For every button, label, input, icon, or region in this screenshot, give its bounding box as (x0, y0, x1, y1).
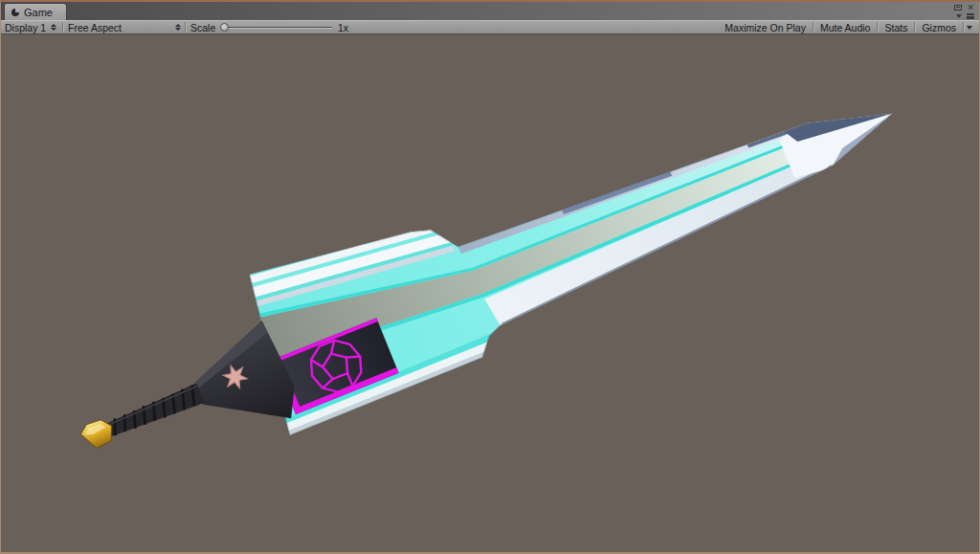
stats-button[interactable]: Stats (878, 21, 914, 33)
window-border-top (0, 0, 980, 2)
toolbar-separator (62, 22, 63, 33)
game-render-viewport[interactable] (1, 34, 979, 552)
gizmos-label: Gizmos (922, 22, 956, 33)
scale-slider[interactable] (221, 27, 332, 29)
game-view-icon (11, 8, 20, 17)
gizmos-dropdown-icon[interactable] (967, 26, 972, 30)
gizmos-button[interactable]: Gizmos (915, 21, 963, 33)
stats-label: Stats (884, 22, 907, 33)
maximize-on-play-label: Maximize On Play (724, 22, 806, 33)
blade-tip (777, 91, 902, 181)
toolbar-separator (963, 22, 964, 33)
display-dropdown-label: Display 1 (5, 22, 46, 33)
scale-label: Scale (190, 21, 215, 33)
popup-arrows-icon (175, 24, 181, 31)
unity-game-window: Game ✕ Display 1 Free Aspect Scale (0, 0, 980, 554)
pin-icon[interactable] (954, 5, 962, 11)
tab-bar: Game ✕ (1, 2, 979, 20)
toolbar-right-buttons: Maximize On Play Mute Audio Stats Gizmos (718, 21, 975, 33)
maximize-on-play-button[interactable]: Maximize On Play (718, 21, 813, 33)
window-border-left (0, 2, 1, 554)
mute-audio-button[interactable]: Mute Audio (813, 21, 878, 33)
window-controls: ✕ (942, 3, 974, 20)
tab-label: Game (24, 7, 53, 18)
game-view-toolbar: Display 1 Free Aspect Scale 1x Maximize … (1, 20, 979, 34)
popup-arrows-icon (51, 24, 56, 31)
aspect-dropdown[interactable]: Free Aspect (68, 21, 181, 33)
aspect-dropdown-label: Free Aspect (68, 22, 122, 33)
mute-audio-label: Mute Audio (820, 22, 871, 33)
scale-value: 1x (338, 21, 348, 33)
sword-model (49, 34, 921, 509)
close-icon[interactable]: ✕ (967, 4, 974, 11)
tab-menu-icon[interactable] (967, 13, 974, 19)
scale-slider-knob[interactable] (220, 23, 229, 32)
display-dropdown[interactable]: Display 1 (5, 21, 56, 33)
sword-grip (100, 384, 204, 442)
tab-game[interactable]: Game (4, 3, 67, 20)
dropdown-icon[interactable] (956, 14, 962, 18)
sword-render (1, 34, 979, 552)
toolbar-separator (185, 22, 186, 33)
